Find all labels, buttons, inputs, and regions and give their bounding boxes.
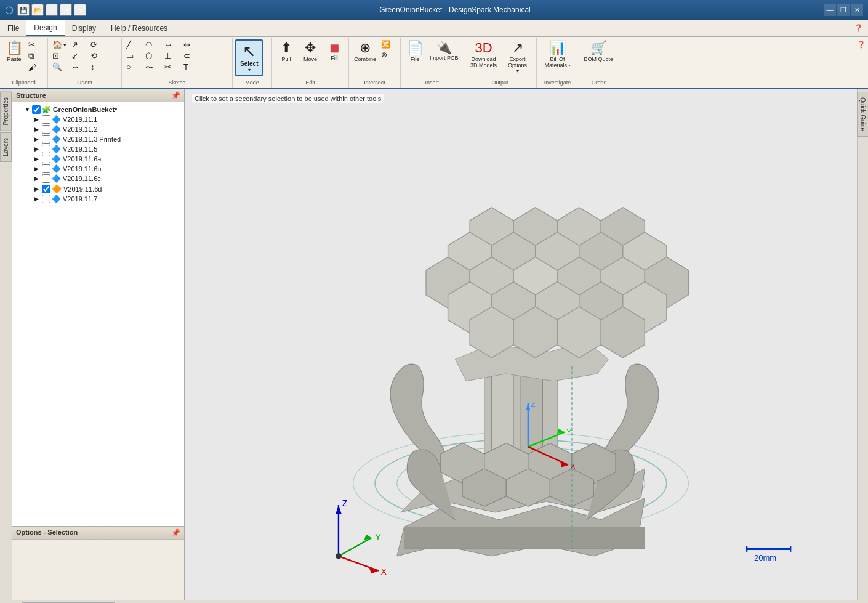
- help-icon[interactable]: ❓: [850, 20, 868, 36]
- redo-button[interactable]: ↪: [60, 4, 72, 16]
- tree-item-4[interactable]: ▶ 🔷 V2019.11.6a: [12, 154, 184, 164]
- item-3-checkbox[interactable]: [42, 145, 50, 153]
- sketch-text[interactable]: T: [182, 62, 200, 72]
- sketch-trim[interactable]: ✂: [163, 62, 181, 72]
- qat-dropdown[interactable]: ▾: [74, 4, 86, 16]
- viewport[interactable]: Click to set a secondary selection to be…: [185, 89, 857, 600]
- item-5-arrow[interactable]: ▶: [34, 166, 42, 172]
- intersect-btn2[interactable]: ⊗: [379, 50, 398, 60]
- tree-item-5[interactable]: ▶ 🔷 V2019.11.6b: [12, 164, 184, 174]
- structure-title: Structure: [16, 92, 46, 99]
- menu-design[interactable]: Design: [26, 20, 64, 36]
- item-1-checkbox[interactable]: [42, 125, 50, 134]
- item-6-arrow[interactable]: ▶: [34, 176, 42, 182]
- item-1-arrow[interactable]: ▶: [34, 126, 42, 132]
- orient-btn-8[interactable]: ⟲: [89, 51, 107, 61]
- root-checkbox[interactable]: [32, 105, 41, 114]
- root-icon: 🧩: [42, 105, 51, 114]
- export-dropdown[interactable]: ▾: [516, 68, 519, 74]
- file-insert-button[interactable]: 📄 File: [403, 39, 427, 64]
- item-7-checkbox[interactable]: [42, 185, 50, 193]
- quick-guide-tab[interactable]: Quick Guide: [857, 92, 868, 137]
- bill-of-materials-button[interactable]: 📊 Bill Of Materials -: [539, 39, 576, 70]
- intersect-btn1[interactable]: 🔀: [379, 39, 398, 49]
- tree-root[interactable]: ▼ 🧩 GreenOnionBucket*: [12, 105, 184, 115]
- sketch-mirror[interactable]: ⇔: [182, 39, 200, 50]
- menu-help[interactable]: Help / Resources: [103, 20, 175, 36]
- ribbon-group-output: 3D Download 3D Models ↗ Export Options ▾…: [464, 38, 537, 88]
- orient-btn-3[interactable]: 🔍: [50, 62, 69, 72]
- item-8-checkbox[interactable]: [42, 195, 50, 203]
- menu-file[interactable]: File: [0, 20, 26, 36]
- item-4-checkbox[interactable]: [42, 155, 50, 163]
- fill-label: Fill: [331, 55, 338, 61]
- tree-item-7[interactable]: ▶ 🔶 V2019.11.6d: [12, 184, 184, 194]
- minimize-button[interactable]: —: [824, 4, 836, 16]
- tree-item-0[interactable]: ▶ 🔷 V2019.11.1: [12, 115, 184, 124]
- options-pin[interactable]: 📌: [171, 528, 180, 537]
- orient-btn-4[interactable]: ↗: [70, 39, 88, 50]
- tree-item-3[interactable]: ▶ 🔷 V2019.11.5: [12, 144, 184, 154]
- sketch-arc[interactable]: ◠: [143, 39, 162, 50]
- fill-button[interactable]: ◼ Fill: [323, 39, 346, 63]
- item-0-arrow[interactable]: ▶: [34, 116, 42, 123]
- format-button[interactable]: 🖌: [26, 62, 45, 73]
- copy-button[interactable]: ⧉: [26, 51, 45, 62]
- download-3d-button[interactable]: 3D Download 3D Models: [467, 39, 501, 70]
- structure-header: Structure 📌: [12, 89, 184, 102]
- maximize-button[interactable]: ❐: [837, 4, 850, 16]
- item-7-arrow[interactable]: ▶: [34, 186, 42, 192]
- move-button[interactable]: ✥ Move: [299, 39, 322, 64]
- item-4-arrow[interactable]: ▶: [34, 156, 42, 162]
- item-6-checkbox[interactable]: [42, 174, 50, 183]
- select-dropdown[interactable]: ▾: [248, 67, 251, 73]
- item-5-checkbox[interactable]: [42, 164, 50, 173]
- sketch-circ[interactable]: ○: [124, 62, 143, 72]
- export-options-button[interactable]: ↗ Export Options ▾: [502, 39, 534, 76]
- item-0-icon: 🔷: [52, 115, 61, 124]
- sketch-poly[interactable]: ⬡: [143, 51, 162, 61]
- item-8-arrow[interactable]: ▶: [34, 196, 42, 202]
- cut-button[interactable]: ✂: [26, 39, 45, 50]
- item-2-arrow[interactable]: ▶: [34, 136, 42, 142]
- layers-tab[interactable]: Layers: [0, 132, 12, 162]
- open-button[interactable]: 📂: [31, 4, 44, 16]
- doc-tabs-bar: ◀ ▶ 🧩 GreenOnionBucket* ✕: [0, 600, 868, 603]
- svg-point-51: [336, 553, 341, 559]
- ribbon-help[interactable]: ❓: [854, 38, 868, 88]
- root-arrow[interactable]: ▼: [25, 107, 32, 113]
- combine-button[interactable]: ⊕ Combine: [352, 39, 379, 64]
- tree-item-8[interactable]: ▶ 🔷 V2019.11.7: [12, 194, 184, 204]
- import-pcb-button[interactable]: 🔌 Import PCB: [427, 39, 461, 63]
- orient-btn-2[interactable]: ⊡: [50, 51, 69, 61]
- save-button[interactable]: 💾: [17, 4, 30, 16]
- item-3-arrow[interactable]: ▶: [34, 146, 42, 152]
- undo-button[interactable]: ↩: [46, 4, 58, 16]
- item-2-checkbox[interactable]: [42, 135, 50, 144]
- tree-item-6[interactable]: ▶ 🔷 V2019.11.6c: [12, 174, 184, 184]
- item-0-checkbox[interactable]: [42, 115, 50, 124]
- orient-btn-1[interactable]: 🏠▾: [50, 39, 69, 50]
- orient-btn-7[interactable]: ⟳: [89, 39, 107, 50]
- sketch-dimension[interactable]: ↔: [163, 39, 181, 50]
- paste-button[interactable]: 📋 Paste: [2, 39, 26, 64]
- menu-display[interactable]: Display: [65, 20, 103, 36]
- orient-btn-9[interactable]: ↕: [89, 62, 107, 72]
- tree-item-2[interactable]: ▶ 🔷 V2019.11.3 Printed: [12, 134, 184, 144]
- orient-btn-6[interactable]: ↔: [70, 62, 88, 72]
- close-button[interactable]: ✕: [851, 4, 863, 16]
- pull-button[interactable]: ⬆ Pull: [275, 39, 298, 64]
- sketch-spline[interactable]: 〜: [143, 62, 162, 74]
- sketch-rect[interactable]: ▭: [124, 51, 143, 61]
- svg-text:Z: Z: [531, 400, 536, 408]
- svg-text:Y: Y: [567, 427, 572, 436]
- orient-btn-5[interactable]: ↙: [70, 51, 88, 61]
- bom-quote-button[interactable]: 🛒 BOM Quote: [582, 39, 616, 64]
- sketch-constraint[interactable]: ⊥: [163, 51, 181, 61]
- properties-tab[interactable]: Properties: [0, 92, 12, 131]
- select-button[interactable]: ↖ Select ▾: [235, 39, 263, 76]
- sketch-offset[interactable]: ⊂: [182, 51, 200, 61]
- sketch-line[interactable]: ╱: [124, 39, 143, 50]
- structure-pin[interactable]: 📌: [171, 91, 180, 100]
- tree-item-1[interactable]: ▶ 🔷 V2019.11.2: [12, 124, 184, 134]
